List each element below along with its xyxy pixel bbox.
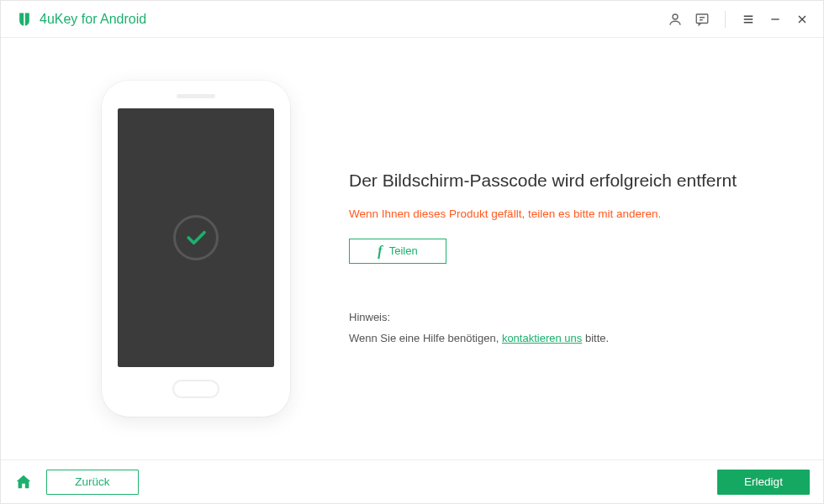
minimize-icon[interactable] <box>768 12 783 27</box>
hint-suffix: bitte. <box>582 332 609 344</box>
app-window: 4uKey for Android <box>0 0 824 504</box>
main-content: Der Bildschirm-Passcode wird erfolgreich… <box>1 38 823 459</box>
share-label: Teilen <box>389 244 418 257</box>
facebook-icon: f <box>378 244 382 259</box>
hint-label: Hinweis: <box>349 311 773 323</box>
phone-home-button <box>172 380 219 398</box>
info-panel: Der Bildschirm-Passcode wird erfolgreich… <box>349 154 773 344</box>
divider <box>725 11 726 28</box>
phone-speaker <box>177 94 215 98</box>
app-title: 4uKey for Android <box>40 12 146 27</box>
hint-prefix: Wenn Sie eine Hilfe benötigen, <box>349 332 502 344</box>
app-logo: 4uKey for Android <box>16 11 146 28</box>
share-button[interactable]: f Teilen <box>349 239 446 264</box>
footer: Zurück Erledigt <box>1 459 823 503</box>
logo-icon <box>16 11 33 28</box>
titlebar-actions <box>668 11 810 28</box>
svg-rect-1 <box>696 14 708 24</box>
back-button[interactable]: Zurück <box>46 470 139 495</box>
subtext: Wenn Ihnen dieses Produkt gefällt, teile… <box>349 207 773 220</box>
phone-illustration <box>102 81 290 417</box>
hint-text: Wenn Sie eine Hilfe benötigen, kontaktie… <box>349 332 773 344</box>
titlebar: 4uKey for Android <box>1 1 823 38</box>
svg-point-0 <box>673 14 678 19</box>
phone-screen <box>118 108 274 367</box>
success-check-icon <box>173 215 219 260</box>
done-button[interactable]: Erledigt <box>717 470 810 495</box>
home-icon[interactable] <box>14 473 33 491</box>
contact-link[interactable]: kontaktieren uns <box>502 332 582 344</box>
headline: Der Bildschirm-Passcode wird erfolgreich… <box>349 171 773 191</box>
menu-icon[interactable] <box>741 12 756 27</box>
close-icon[interactable] <box>795 12 810 27</box>
feedback-icon[interactable] <box>695 12 710 27</box>
account-icon[interactable] <box>668 12 683 27</box>
